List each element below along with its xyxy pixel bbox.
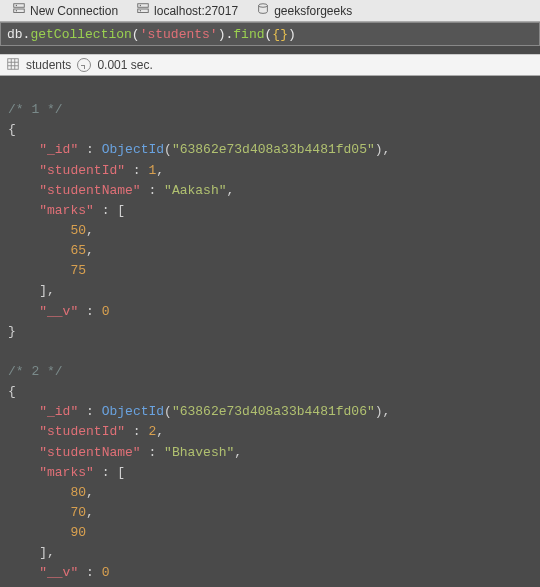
query-db: db (7, 27, 23, 42)
database-icon (256, 2, 270, 19)
database-label: geeksforgeeks (274, 4, 352, 18)
server-icon (136, 2, 150, 19)
svg-point-6 (140, 5, 141, 6)
new-connection-label: New Connection (30, 4, 118, 18)
svg-point-8 (259, 4, 268, 8)
svg-point-2 (16, 5, 17, 6)
svg-rect-1 (14, 9, 25, 13)
svg-point-3 (16, 10, 17, 11)
top-toolbar: New Connection localhost:27017 geeksforg… (0, 0, 540, 22)
svg-rect-5 (138, 9, 149, 13)
doc-comment: /* 1 */ (8, 102, 63, 117)
database-button[interactable]: geeksforgeeks (248, 0, 360, 21)
host-label: localhost:27017 (154, 4, 238, 18)
clock-icon (77, 58, 91, 72)
svg-point-7 (140, 10, 141, 11)
doc-comment: /* 2 */ (8, 364, 63, 379)
server-icon (12, 2, 26, 19)
grid-icon (6, 57, 20, 74)
svg-rect-4 (138, 4, 149, 8)
host-button[interactable]: localhost:27017 (128, 0, 246, 21)
query-input[interactable]: db.getCollection('students').find({}) (0, 22, 540, 46)
collection-name: students (26, 58, 71, 72)
status-bar: students 0.001 sec. (0, 54, 540, 76)
svg-rect-9 (8, 58, 19, 69)
result-viewer[interactable]: /* 1 */ { "_id" : ObjectId("63862e73d408… (0, 76, 540, 587)
svg-rect-0 (14, 4, 25, 8)
query-time: 0.001 sec. (97, 58, 152, 72)
new-connection-button[interactable]: New Connection (4, 0, 126, 21)
